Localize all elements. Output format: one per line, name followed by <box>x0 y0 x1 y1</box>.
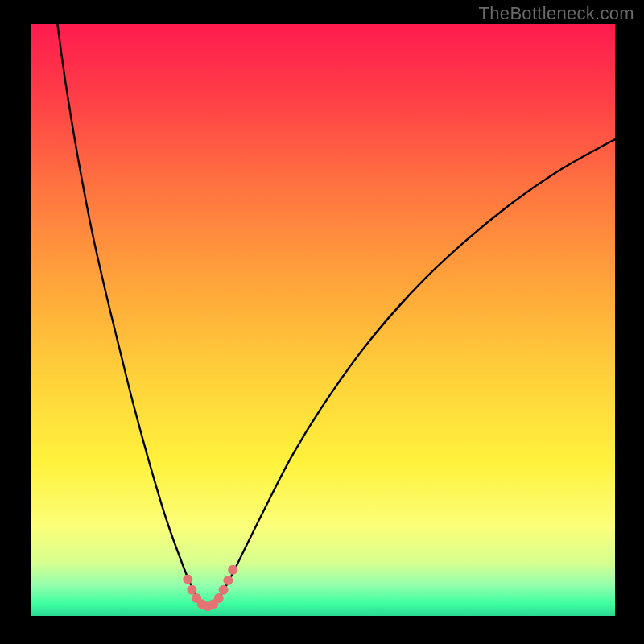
sample-marker <box>219 585 229 595</box>
sample-marker <box>223 576 233 585</box>
sample-marker <box>214 593 224 603</box>
sample-marker <box>183 574 192 584</box>
sample-marker <box>187 585 196 595</box>
plot-area <box>31 24 615 616</box>
watermark-text: TheBottleneck.com <box>479 3 634 24</box>
gradient-background <box>31 24 615 616</box>
svg-rect-0 <box>31 24 615 616</box>
chart-frame: TheBottleneck.com <box>0 0 644 644</box>
sample-marker <box>228 565 237 575</box>
